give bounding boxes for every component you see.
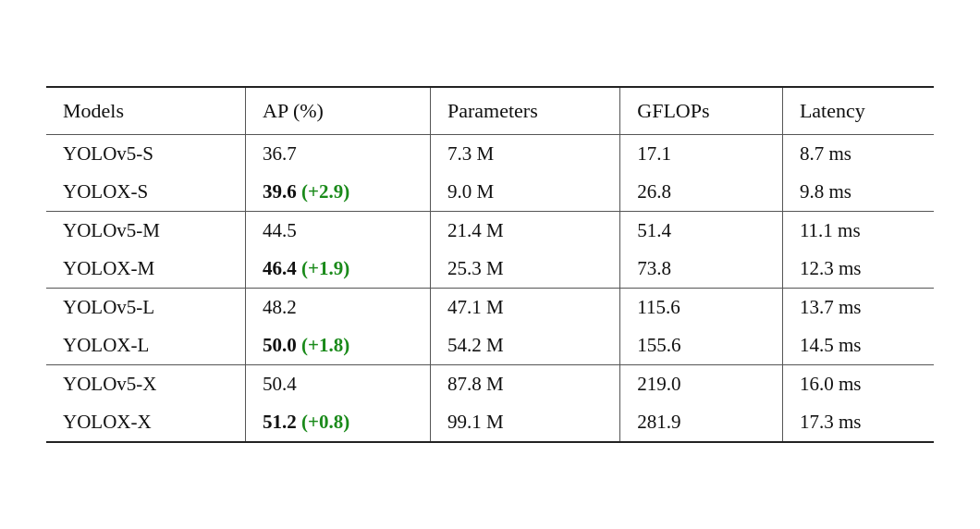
col-header-latency: Latency bbox=[782, 87, 934, 135]
comparison-table: Models AP (%) Parameters GFLOPs Latency … bbox=[46, 86, 934, 443]
cell-model: YOLOX-S bbox=[46, 173, 246, 212]
cell-ap: 46.4 (+1.9) bbox=[246, 250, 431, 289]
table-row: YOLOX-M46.4 (+1.9)25.3 M73.812.3 ms bbox=[46, 250, 934, 289]
cell-params: 54.2 M bbox=[431, 326, 620, 365]
cell-gflops: 155.6 bbox=[620, 326, 783, 365]
cell-ap: 50.0 (+1.8) bbox=[246, 326, 431, 365]
cell-latency: 11.1 ms bbox=[782, 212, 934, 251]
cell-gflops: 281.9 bbox=[620, 403, 783, 442]
cell-ap: 39.6 (+2.9) bbox=[246, 173, 431, 212]
cell-latency: 8.7 ms bbox=[782, 135, 934, 174]
cell-latency: 17.3 ms bbox=[782, 403, 934, 442]
cell-model: YOLOv5-M bbox=[46, 212, 246, 251]
cell-gflops: 17.1 bbox=[620, 135, 783, 174]
cell-model: YOLOv5-X bbox=[46, 365, 246, 404]
table-row: YOLOX-L50.0 (+1.8)54.2 M155.614.5 ms bbox=[46, 326, 934, 365]
cell-ap: 36.7 bbox=[246, 135, 431, 174]
col-header-models: Models bbox=[46, 87, 246, 135]
table-row: YOLOv5-X50.487.8 M219.016.0 ms bbox=[46, 365, 934, 404]
cell-ap: 48.2 bbox=[246, 289, 431, 327]
cell-latency: 16.0 ms bbox=[782, 365, 934, 404]
table-row: YOLOv5-M44.521.4 M51.411.1 ms bbox=[46, 212, 934, 251]
cell-params: 7.3 M bbox=[431, 135, 620, 174]
cell-latency: 12.3 ms bbox=[782, 250, 934, 289]
col-header-ap: AP (%) bbox=[246, 87, 431, 135]
cell-model: YOLOX-X bbox=[46, 403, 246, 442]
table-header-row: Models AP (%) Parameters GFLOPs Latency bbox=[46, 87, 934, 135]
cell-gflops: 73.8 bbox=[620, 250, 783, 289]
cell-params: 87.8 M bbox=[431, 365, 620, 404]
cell-gflops: 26.8 bbox=[620, 173, 783, 212]
cell-ap: 44.5 bbox=[246, 212, 431, 251]
cell-model: YOLOv5-S bbox=[46, 135, 246, 174]
cell-model: YOLOX-L bbox=[46, 326, 246, 365]
table-row: YOLOX-S39.6 (+2.9)9.0 M26.89.8 ms bbox=[46, 173, 934, 212]
cell-gflops: 219.0 bbox=[620, 365, 783, 404]
cell-gflops: 115.6 bbox=[620, 289, 783, 327]
col-header-gflops: GFLOPs bbox=[620, 87, 783, 135]
cell-params: 47.1 M bbox=[431, 289, 620, 327]
cell-params: 9.0 M bbox=[431, 173, 620, 212]
cell-gflops: 51.4 bbox=[620, 212, 783, 251]
cell-params: 25.3 M bbox=[431, 250, 620, 289]
cell-latency: 13.7 ms bbox=[782, 289, 934, 327]
cell-ap: 51.2 (+0.8) bbox=[246, 403, 431, 442]
table-wrapper: Models AP (%) Parameters GFLOPs Latency … bbox=[46, 86, 934, 443]
cell-model: YOLOv5-L bbox=[46, 289, 246, 327]
table-row: YOLOv5-S36.77.3 M17.18.7 ms bbox=[46, 135, 934, 174]
cell-params: 99.1 M bbox=[431, 403, 620, 442]
col-header-parameters: Parameters bbox=[431, 87, 620, 135]
cell-model: YOLOX-M bbox=[46, 250, 246, 289]
cell-latency: 9.8 ms bbox=[782, 173, 934, 212]
table-row: YOLOv5-L48.247.1 M115.613.7 ms bbox=[46, 289, 934, 327]
cell-ap: 50.4 bbox=[246, 365, 431, 404]
cell-params: 21.4 M bbox=[431, 212, 620, 251]
table-row: YOLOX-X51.2 (+0.8)99.1 M281.917.3 ms bbox=[46, 403, 934, 442]
cell-latency: 14.5 ms bbox=[782, 326, 934, 365]
